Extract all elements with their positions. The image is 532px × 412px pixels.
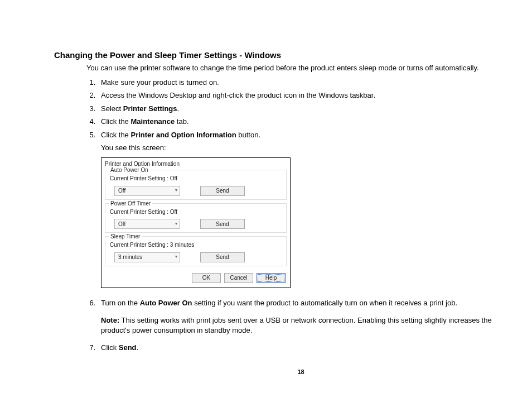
step-7-text-a: Click <box>101 343 119 352</box>
step-6: Turn on the Auto Power On setting if you… <box>98 298 499 336</box>
step-5-text-c: button. <box>236 131 260 139</box>
chevron-down-icon: ▾ <box>175 254 177 260</box>
chevron-down-icon: ▾ <box>175 221 177 227</box>
step-1: Make sure your product is turned on. <box>98 78 499 88</box>
note-text: This setting works with print jobs sent … <box>101 316 492 334</box>
step-4-text-a: Click the <box>101 117 130 126</box>
group-sleep-timer: Sleep Timer Current Printer Setting : 3 … <box>105 236 287 266</box>
intro-text: You can use the printer software to chan… <box>86 63 488 73</box>
page-number: 18 <box>86 368 515 375</box>
auto-power-send-button[interactable]: Send <box>200 186 245 196</box>
step-5-bold: Printer and Option Information <box>130 131 236 139</box>
group-power-off-timer: Power Off Timer Current Printer Setting … <box>105 203 287 233</box>
step-3-text-a: Select <box>101 104 123 113</box>
power-off-dropdown[interactable]: Off ▾ <box>114 219 180 229</box>
auto-power-value: Off <box>118 187 125 195</box>
step-7: Click Send. <box>98 343 499 353</box>
step-5: Click the Printer and Option Information… <box>98 130 499 288</box>
step-6-text-a: Turn on the <box>101 299 140 307</box>
chevron-down-icon: ▾ <box>175 188 177 194</box>
group-label-auto-power: Auto Power On <box>109 166 150 174</box>
step-4: Click the Maintenance tab. <box>98 117 499 127</box>
auto-power-dropdown[interactable]: Off ▾ <box>114 186 180 196</box>
cancel-button[interactable]: Cancel <box>224 273 253 283</box>
step-3-text-c: . <box>177 104 180 113</box>
step-3: Select Printer Settings. <box>98 104 499 114</box>
group-auto-power-on: Auto Power On Current Printer Setting : … <box>105 170 287 200</box>
ok-button[interactable]: OK <box>192 273 221 283</box>
help-button[interactable]: Help <box>257 273 286 283</box>
step-2: Access the Windows Desktop and right-cli… <box>98 90 499 100</box>
step-3-bold: Printer Settings <box>123 104 177 113</box>
dialog-buttons: OK Cancel Help <box>101 270 290 288</box>
step-7-text-c: . <box>137 343 139 352</box>
auto-power-current: Current Printer Setting : Off <box>110 175 283 183</box>
sleep-value: 3 minutes <box>118 253 142 261</box>
group-label-sleep: Sleep Timer <box>109 233 142 241</box>
group-label-power-off: Power Off Timer <box>109 200 152 208</box>
step-5-sub: You see this screen: <box>101 143 499 153</box>
step-6-note: Note: This setting works with print jobs… <box>101 315 499 335</box>
note-label: Note: <box>101 316 119 324</box>
step-6-text-c: setting if you want the product to autom… <box>192 299 457 307</box>
step-7-bold: Send <box>119 343 137 352</box>
step-5-text-a: Click the <box>101 131 130 139</box>
power-off-current: Current Printer Setting : Off <box>110 208 283 216</box>
power-off-send-button[interactable]: Send <box>200 219 245 229</box>
step-4-bold: Maintenance <box>130 117 175 126</box>
sleep-dropdown[interactable]: 3 minutes ▾ <box>114 252 180 262</box>
dialog-screenshot: Printer and Option Information Auto Powe… <box>101 157 291 288</box>
step-6-bold: Auto Power On <box>140 299 192 307</box>
steps-list: Make sure your product is turned on. Acc… <box>86 78 499 353</box>
power-off-value: Off <box>118 221 125 228</box>
sleep-current: Current Printer Setting : 3 minutes <box>110 241 283 249</box>
sleep-send-button[interactable]: Send <box>200 252 245 262</box>
step-4-text-c: tab. <box>175 117 188 126</box>
page-title: Changing the Power and Sleep Timer Setti… <box>54 50 515 60</box>
